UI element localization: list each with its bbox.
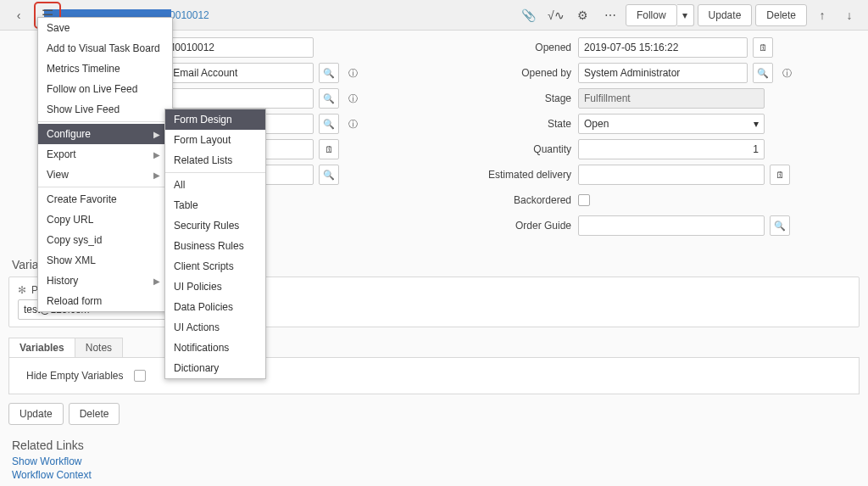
menu-show-xml[interactable]: Show XML	[38, 250, 172, 271]
menu-show-live[interactable]: Show Live Feed	[38, 99, 172, 120]
menu-save[interactable]: Save	[38, 18, 172, 38]
related-links-heading: Related Links	[12, 439, 860, 452]
calendar-icon[interactable]: 🗓	[770, 165, 790, 185]
menu-configure[interactable]: Configure▶	[38, 124, 172, 144]
menu-follow-live[interactable]: Follow on Live Feed	[38, 79, 172, 99]
info-icon[interactable]: ⓘ	[342, 114, 363, 134]
label-stage: Stage	[442, 92, 578, 104]
submenu-ui-actions[interactable]: UI Actions	[165, 317, 265, 338]
tab-panel: Hide Empty Variables	[8, 357, 860, 394]
submenu-form-layout[interactable]: Form Layout	[165, 130, 265, 150]
menu-metrics[interactable]: Metrics Timeline	[38, 59, 172, 79]
submenu-form-design[interactable]: Form Design	[165, 109, 265, 130]
calendar-icon[interactable]: 🗓	[753, 37, 773, 58]
field-state[interactable]: Open▾	[578, 114, 765, 134]
submenu-table[interactable]: Table	[165, 195, 265, 215]
hide-empty-checkbox[interactable]	[134, 370, 146, 382]
submenu-notifications[interactable]: Notifications	[165, 338, 265, 358]
context-menu: Save Add to Visual Task Board Metrics Ti…	[37, 17, 173, 312]
submenu-related-lists[interactable]: Related Lists	[165, 150, 265, 170]
menu-copy-sysid[interactable]: Copy sys_id	[38, 230, 172, 250]
label-quantity: Quantity	[442, 143, 578, 155]
submenu-dictionary[interactable]: Dictionary	[165, 358, 265, 378]
lookup-icon[interactable]: 🔍	[753, 63, 773, 83]
configure-submenu: Form Design Form Layout Related Lists Al…	[164, 109, 266, 379]
hide-empty-label: Hide Empty Variables	[26, 370, 124, 382]
lookup-icon[interactable]: 🔍	[319, 114, 339, 134]
menu-history[interactable]: History▶	[38, 271, 172, 291]
lookup-icon[interactable]: 🔍	[319, 63, 339, 83]
label-opened-by: Opened by	[442, 67, 578, 79]
chevron-right-icon: ▶	[153, 277, 160, 286]
chevron-right-icon: ▶	[153, 130, 160, 139]
field-opened-by[interactable]: System Administrator	[578, 63, 748, 83]
chevron-down-icon: ▾	[754, 118, 759, 130]
follow-button[interactable]: Follow	[626, 4, 677, 26]
link-show-workflow[interactable]: Show Workflow	[12, 455, 856, 467]
field-quantity[interactable]: 1	[578, 139, 765, 159]
submenu-all[interactable]: All	[165, 175, 265, 195]
lookup-icon[interactable]: 🔍	[319, 88, 339, 109]
info-icon[interactable]: ⓘ	[342, 88, 363, 109]
calendar-icon[interactable]: 🗓	[319, 139, 339, 159]
submenu-security[interactable]: Security Rules	[165, 215, 265, 236]
lookup-icon[interactable]: 🔍	[770, 215, 790, 236]
checkbox-backordered[interactable]	[578, 194, 590, 206]
settings-icon[interactable]: ⚙	[571, 3, 595, 27]
back-button[interactable]: ‹	[7, 3, 31, 27]
menu-reload[interactable]: Reload form	[38, 291, 172, 311]
snowflake-icon: ✻	[18, 284, 26, 296]
submenu-client-scripts[interactable]: Client Scripts	[165, 256, 265, 277]
field-estimated-delivery[interactable]	[578, 165, 765, 185]
label-opened: Opened	[442, 42, 578, 53]
tab-variables[interactable]: Variables	[8, 338, 75, 357]
submenu-business-rules[interactable]: Business Rules	[165, 236, 265, 256]
lookup-icon[interactable]: 🔍	[319, 165, 339, 185]
update-button-bottom[interactable]: Update	[8, 403, 64, 425]
tab-notes[interactable]: Notes	[75, 338, 123, 357]
update-button[interactable]: Update	[698, 4, 753, 26]
field-order-guide[interactable]	[578, 215, 765, 236]
label-backordered: Backordered	[442, 194, 578, 206]
label-state: State	[442, 118, 578, 130]
menu-export[interactable]: Export▶	[38, 144, 172, 165]
link-workflow-context[interactable]: Workflow Context	[12, 469, 856, 481]
info-icon[interactable]: ⓘ	[776, 63, 797, 83]
menu-create-fav[interactable]: Create Favorite	[38, 189, 172, 209]
activity-stream-icon[interactable]: √∿	[544, 3, 568, 27]
form-tabs: Variables Notes	[8, 338, 860, 357]
follow-dropdown[interactable]: ▾	[677, 4, 694, 26]
next-record-icon[interactable]: ↓	[837, 3, 861, 27]
menu-copy-url[interactable]: Copy URL	[38, 209, 172, 230]
field-opened[interactable]: 2019-07-05 15:16:22	[578, 37, 748, 58]
attachment-icon[interactable]: 📎	[517, 3, 541, 27]
menu-add-vtb[interactable]: Add to Visual Task Board	[38, 38, 172, 59]
field-stage: Fulfillment	[578, 88, 765, 109]
submenu-data-policies[interactable]: Data Policies	[165, 297, 265, 317]
submenu-ui-policies[interactable]: UI Policies	[165, 277, 265, 297]
label-estimated: Estimated delivery	[442, 169, 578, 181]
chevron-right-icon: ▶	[153, 170, 160, 180]
label-order-guide: Order Guide	[442, 220, 578, 232]
delete-button-bottom[interactable]: Delete	[69, 403, 120, 425]
chevron-right-icon: ▶	[153, 150, 160, 159]
more-icon[interactable]: ⋯	[598, 3, 622, 27]
prev-record-icon[interactable]: ↑	[810, 3, 834, 27]
menu-view[interactable]: View▶	[38, 165, 172, 185]
info-icon[interactable]: ⓘ	[342, 63, 363, 83]
delete-button[interactable]: Delete	[755, 4, 807, 26]
